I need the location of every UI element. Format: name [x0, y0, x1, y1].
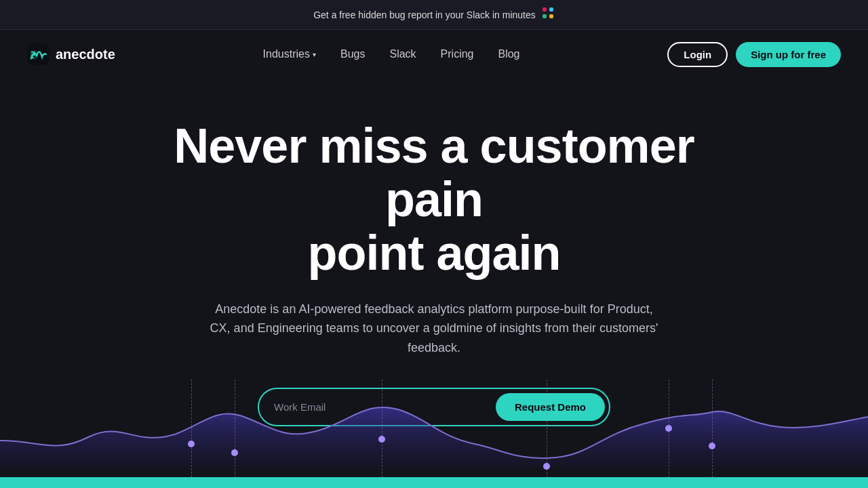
slack-icon: [541, 6, 555, 23]
banner-text: Get a free hidden bug report in your Sla…: [313, 9, 536, 20]
dashed-line-1: [191, 380, 192, 477]
dot-marker-2: [231, 449, 238, 456]
dashed-line-3: [382, 380, 382, 477]
chevron-down-icon: ▾: [313, 51, 316, 58]
top-banner: Get a free hidden bug report in your Sla…: [0, 0, 868, 30]
nav-industries[interactable]: Industries ▾: [263, 48, 316, 60]
svg-rect-1: [549, 7, 553, 12]
nav-links: Industries ▾ Bugs Slack Pricing Blog: [263, 48, 520, 60]
dot-marker-4: [543, 463, 550, 470]
logo-icon: [27, 43, 49, 65]
industries-label: Industries: [263, 48, 310, 60]
hero-subtitle: Anecdote is an AI-powered feedback analy…: [203, 300, 665, 358]
bottom-bar: [0, 477, 868, 488]
nav-actions: Login Sign up for free: [667, 42, 841, 67]
nav-blog[interactable]: Blog: [498, 48, 519, 60]
svg-rect-3: [549, 14, 553, 18]
logo[interactable]: anecdote: [27, 43, 115, 65]
svg-rect-6: [31, 52, 35, 53]
login-button[interactable]: Login: [667, 42, 728, 67]
dot-marker-6: [709, 443, 715, 449]
wave-chart: [0, 380, 868, 468]
dashed-line-2: [235, 380, 235, 477]
svg-rect-0: [542, 7, 547, 12]
navbar: anecdote Industries ▾ Bugs Slack Pricing…: [0, 30, 868, 79]
chart-area: [0, 380, 868, 488]
svg-rect-8: [31, 57, 34, 58]
signup-button[interactable]: Sign up for free: [736, 42, 841, 67]
logo-text: anecdote: [56, 47, 115, 62]
dot-marker-1: [188, 441, 195, 447]
dot-marker-5: [665, 425, 672, 432]
nav-slack[interactable]: Slack: [389, 48, 416, 60]
svg-rect-7: [31, 54, 35, 56]
dot-marker-3: [378, 436, 385, 443]
nav-bugs[interactable]: Bugs: [340, 48, 365, 60]
nav-pricing[interactable]: Pricing: [441, 48, 474, 60]
dashed-line-6: [712, 380, 713, 477]
hero-title: Never miss a customer pain point again: [142, 119, 726, 281]
chart-inner: [0, 380, 868, 488]
svg-rect-2: [542, 14, 547, 18]
